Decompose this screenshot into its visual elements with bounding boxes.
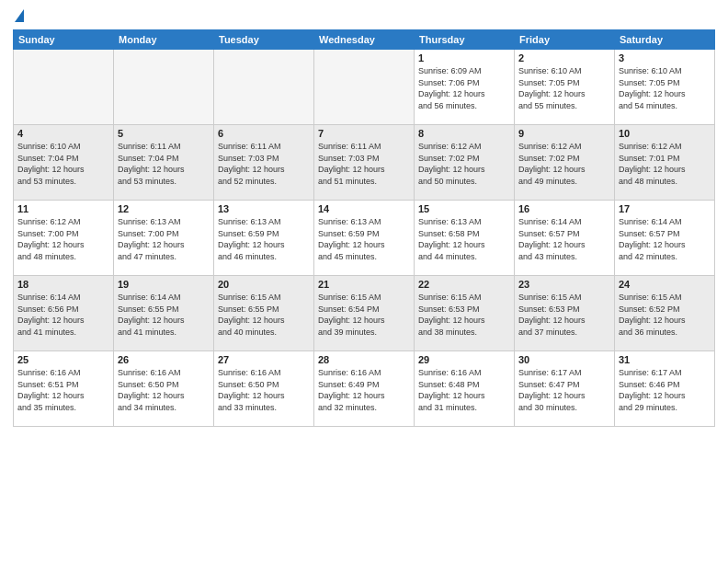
day-info: Sunrise: 6:16 AM Sunset: 6:49 PM Dayligh… xyxy=(318,367,410,413)
day-info: Sunrise: 6:15 AM Sunset: 6:52 PM Dayligh… xyxy=(619,292,711,338)
day-number: 21 xyxy=(318,279,410,290)
day-number: 8 xyxy=(418,128,510,139)
day-number: 1 xyxy=(418,52,510,63)
calendar-day-cell: 30Sunrise: 6:17 AM Sunset: 6:47 PM Dayli… xyxy=(515,351,615,427)
calendar-day-cell: 11Sunrise: 6:12 AM Sunset: 7:00 PM Dayli… xyxy=(14,201,114,276)
calendar-week-row: 4Sunrise: 6:10 AM Sunset: 7:04 PM Daylig… xyxy=(14,125,715,201)
day-number: 16 xyxy=(518,203,610,214)
calendar-day-cell: 24Sunrise: 6:15 AM Sunset: 6:52 PM Dayli… xyxy=(615,276,715,351)
calendar-day-cell: 13Sunrise: 6:13 AM Sunset: 6:59 PM Dayli… xyxy=(214,201,314,276)
day-number: 28 xyxy=(318,354,410,365)
day-info: Sunrise: 6:13 AM Sunset: 6:58 PM Dayligh… xyxy=(418,216,510,262)
calendar-day-cell: 15Sunrise: 6:13 AM Sunset: 6:58 PM Dayli… xyxy=(415,201,515,276)
day-number: 12 xyxy=(118,203,210,214)
page: SundayMondayTuesdayWednesdayThursdayFrid… xyxy=(0,0,728,563)
day-number: 14 xyxy=(318,203,410,214)
day-info: Sunrise: 6:16 AM Sunset: 6:51 PM Dayligh… xyxy=(17,367,109,413)
calendar-day-cell: 6Sunrise: 6:11 AM Sunset: 7:03 PM Daylig… xyxy=(214,125,314,201)
day-number: 11 xyxy=(17,203,109,214)
header xyxy=(13,9,715,24)
day-number: 22 xyxy=(418,279,510,290)
calendar-day-cell: 26Sunrise: 6:16 AM Sunset: 6:50 PM Dayli… xyxy=(114,351,214,427)
calendar-day-cell: 7Sunrise: 6:11 AM Sunset: 7:03 PM Daylig… xyxy=(314,125,415,201)
calendar-day-cell: 20Sunrise: 6:15 AM Sunset: 6:55 PM Dayli… xyxy=(214,276,314,351)
day-info: Sunrise: 6:13 AM Sunset: 6:59 PM Dayligh… xyxy=(218,216,310,262)
day-number: 13 xyxy=(218,203,310,214)
day-info: Sunrise: 6:16 AM Sunset: 6:48 PM Dayligh… xyxy=(418,367,510,413)
day-number: 27 xyxy=(218,354,310,365)
calendar-day-cell: 17Sunrise: 6:14 AM Sunset: 6:57 PM Dayli… xyxy=(615,201,715,276)
day-info: Sunrise: 6:15 AM Sunset: 6:55 PM Dayligh… xyxy=(218,292,310,338)
logo xyxy=(13,9,24,24)
calendar-day-cell: 19Sunrise: 6:14 AM Sunset: 6:55 PM Dayli… xyxy=(114,276,214,351)
calendar-week-row: 1Sunrise: 6:09 AM Sunset: 7:06 PM Daylig… xyxy=(14,50,715,125)
day-number: 29 xyxy=(418,354,510,365)
weekday-header-monday: Monday xyxy=(114,30,214,50)
day-info: Sunrise: 6:15 AM Sunset: 6:54 PM Dayligh… xyxy=(318,292,410,338)
calendar-day-cell: 18Sunrise: 6:14 AM Sunset: 6:56 PM Dayli… xyxy=(14,276,114,351)
calendar-day-cell: 2Sunrise: 6:10 AM Sunset: 7:05 PM Daylig… xyxy=(515,50,615,125)
day-number: 30 xyxy=(518,354,610,365)
calendar-day-cell: 14Sunrise: 6:13 AM Sunset: 6:59 PM Dayli… xyxy=(314,201,415,276)
day-number: 26 xyxy=(118,354,210,365)
day-number: 19 xyxy=(118,279,210,290)
calendar-day-cell: 8Sunrise: 6:12 AM Sunset: 7:02 PM Daylig… xyxy=(415,125,515,201)
calendar-day-cell: 1Sunrise: 6:09 AM Sunset: 7:06 PM Daylig… xyxy=(415,50,515,125)
day-info: Sunrise: 6:09 AM Sunset: 7:06 PM Dayligh… xyxy=(418,65,510,111)
logo-text xyxy=(13,9,24,24)
day-number: 20 xyxy=(218,279,310,290)
calendar-day-cell: 25Sunrise: 6:16 AM Sunset: 6:51 PM Dayli… xyxy=(14,351,114,427)
day-number: 25 xyxy=(17,354,109,365)
day-number: 2 xyxy=(518,52,610,63)
calendar-day-cell: 5Sunrise: 6:11 AM Sunset: 7:04 PM Daylig… xyxy=(114,125,214,201)
day-info: Sunrise: 6:15 AM Sunset: 6:53 PM Dayligh… xyxy=(418,292,510,338)
day-info: Sunrise: 6:16 AM Sunset: 6:50 PM Dayligh… xyxy=(218,367,310,413)
day-info: Sunrise: 6:17 AM Sunset: 6:46 PM Dayligh… xyxy=(619,367,711,413)
logo-triangle-icon xyxy=(15,9,24,22)
day-info: Sunrise: 6:11 AM Sunset: 7:03 PM Dayligh… xyxy=(318,141,410,187)
day-info: Sunrise: 6:12 AM Sunset: 7:01 PM Dayligh… xyxy=(619,141,711,187)
day-info: Sunrise: 6:11 AM Sunset: 7:03 PM Dayligh… xyxy=(218,141,310,187)
weekday-header-friday: Friday xyxy=(515,30,615,50)
day-info: Sunrise: 6:11 AM Sunset: 7:04 PM Dayligh… xyxy=(118,141,210,187)
calendar-day-cell xyxy=(14,50,114,125)
day-number: 15 xyxy=(418,203,510,214)
calendar-day-cell xyxy=(114,50,214,125)
day-number: 10 xyxy=(619,128,711,139)
day-info: Sunrise: 6:12 AM Sunset: 7:02 PM Dayligh… xyxy=(418,141,510,187)
day-number: 3 xyxy=(619,52,711,63)
weekday-header-thursday: Thursday xyxy=(415,30,515,50)
calendar-week-row: 11Sunrise: 6:12 AM Sunset: 7:00 PM Dayli… xyxy=(14,201,715,276)
day-number: 17 xyxy=(619,203,711,214)
calendar-day-cell: 28Sunrise: 6:16 AM Sunset: 6:49 PM Dayli… xyxy=(314,351,415,427)
weekday-header-sunday: Sunday xyxy=(14,30,114,50)
weekday-header-wednesday: Wednesday xyxy=(314,30,415,50)
day-number: 23 xyxy=(518,279,610,290)
weekday-header-row: SundayMondayTuesdayWednesdayThursdayFrid… xyxy=(14,30,715,50)
calendar-day-cell: 9Sunrise: 6:12 AM Sunset: 7:02 PM Daylig… xyxy=(515,125,615,201)
day-info: Sunrise: 6:14 AM Sunset: 6:57 PM Dayligh… xyxy=(619,216,711,262)
day-info: Sunrise: 6:10 AM Sunset: 7:04 PM Dayligh… xyxy=(17,141,109,187)
weekday-header-saturday: Saturday xyxy=(615,30,715,50)
calendar-day-cell: 12Sunrise: 6:13 AM Sunset: 7:00 PM Dayli… xyxy=(114,201,214,276)
calendar-day-cell: 10Sunrise: 6:12 AM Sunset: 7:01 PM Dayli… xyxy=(615,125,715,201)
day-info: Sunrise: 6:10 AM Sunset: 7:05 PM Dayligh… xyxy=(619,65,711,111)
calendar: SundayMondayTuesdayWednesdayThursdayFrid… xyxy=(13,29,715,427)
calendar-day-cell: 31Sunrise: 6:17 AM Sunset: 6:46 PM Dayli… xyxy=(615,351,715,427)
day-info: Sunrise: 6:12 AM Sunset: 7:02 PM Dayligh… xyxy=(518,141,610,187)
day-info: Sunrise: 6:14 AM Sunset: 6:57 PM Dayligh… xyxy=(518,216,610,262)
calendar-day-cell: 4Sunrise: 6:10 AM Sunset: 7:04 PM Daylig… xyxy=(14,125,114,201)
day-number: 18 xyxy=(17,279,109,290)
calendar-day-cell: 16Sunrise: 6:14 AM Sunset: 6:57 PM Dayli… xyxy=(515,201,615,276)
day-info: Sunrise: 6:14 AM Sunset: 6:55 PM Dayligh… xyxy=(118,292,210,338)
day-number: 31 xyxy=(619,354,711,365)
calendar-day-cell: 29Sunrise: 6:16 AM Sunset: 6:48 PM Dayli… xyxy=(415,351,515,427)
calendar-day-cell xyxy=(214,50,314,125)
day-number: 7 xyxy=(318,128,410,139)
day-info: Sunrise: 6:13 AM Sunset: 7:00 PM Dayligh… xyxy=(118,216,210,262)
day-number: 4 xyxy=(17,128,109,139)
calendar-week-row: 25Sunrise: 6:16 AM Sunset: 6:51 PM Dayli… xyxy=(14,351,715,427)
weekday-header-tuesday: Tuesday xyxy=(214,30,314,50)
calendar-day-cell: 23Sunrise: 6:15 AM Sunset: 6:53 PM Dayli… xyxy=(515,276,615,351)
calendar-day-cell xyxy=(314,50,415,125)
